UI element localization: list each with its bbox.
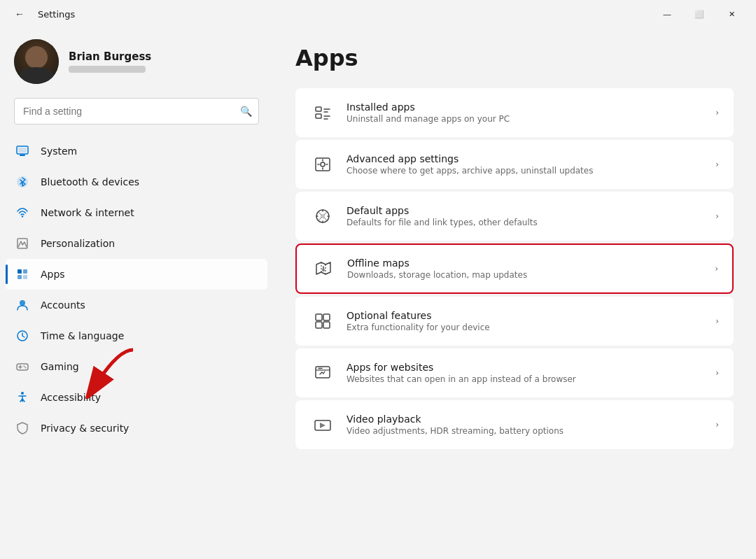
svg-rect-18	[316, 107, 321, 111]
nav-list: System Bluetooth & devices	[0, 136, 273, 444]
setting-default-apps[interactable]: Default apps Defaults for file and link …	[295, 192, 734, 241]
svg-rect-6	[18, 269, 22, 274]
svg-rect-31	[316, 314, 322, 320]
video-playback-title: Video playback	[346, 413, 704, 425]
sidebar-label-accessibility: Accessibility	[41, 392, 101, 403]
gaming-icon	[14, 358, 31, 375]
offline-maps-chevron: ›	[715, 264, 718, 274]
page-title: Apps	[295, 45, 734, 71]
time-icon	[14, 327, 31, 344]
apps-for-websites-text: Apps for websites Websites that can open…	[346, 362, 704, 384]
sidebar-label-privacy: Privacy & security	[41, 423, 129, 434]
personalization-icon	[14, 235, 31, 252]
svg-rect-9	[23, 275, 27, 279]
sidebar-item-time[interactable]: Time & language	[6, 320, 267, 351]
sidebar-item-apps[interactable]: Apps	[6, 259, 267, 290]
installed-apps-title: Installed apps	[346, 101, 704, 113]
svg-rect-7	[23, 269, 27, 274]
svg-point-27	[321, 214, 325, 218]
video-playback-chevron: ›	[715, 420, 719, 430]
offline-maps-text: Offline maps Downloads, storage location…	[347, 257, 704, 280]
sidebar-item-accounts[interactable]: Accounts	[6, 290, 267, 320]
user-subtitle	[69, 66, 146, 73]
svg-rect-35	[316, 367, 330, 378]
svg-rect-33	[316, 322, 322, 328]
search-box: 🔍	[14, 98, 259, 125]
installed-apps-icon	[310, 100, 335, 125]
avatar-image	[14, 39, 59, 84]
network-icon	[14, 204, 31, 221]
setting-installed-apps[interactable]: Installed apps Uninstall and manage apps…	[295, 88, 734, 137]
svg-rect-2	[18, 148, 27, 153]
sidebar-item-gaming[interactable]: Gaming	[6, 351, 267, 382]
sidebar-label-accounts: Accounts	[41, 299, 85, 311]
apps-for-websites-icon	[310, 360, 335, 385]
sidebar-label-system: System	[41, 146, 77, 157]
sidebar-item-bluetooth[interactable]: Bluetooth & devices	[6, 167, 267, 197]
svg-point-10	[20, 300, 25, 306]
content-area: Apps Installed apps Uninstall an	[273, 28, 756, 559]
video-playback-text: Video playback Video adjustments, HDR st…	[346, 413, 704, 436]
advanced-app-settings-desc: Choose where to get apps, archive apps, …	[346, 166, 704, 176]
system-icon	[14, 143, 31, 160]
apps-for-websites-title: Apps for websites	[346, 362, 704, 373]
offline-maps-desc: Downloads, storage location, map updates	[347, 270, 704, 280]
svg-point-17	[21, 392, 24, 395]
optional-features-icon	[310, 309, 335, 334]
settings-list: Installed apps Uninstall and manage apps…	[295, 88, 734, 449]
setting-apps-for-websites[interactable]: Apps for websites Websites that can open…	[295, 348, 734, 397]
sidebar-label-personalization: Personalization	[41, 238, 115, 249]
optional-features-title: Optional features	[346, 310, 704, 321]
search-icon: 🔍	[240, 106, 252, 117]
optional-features-text: Optional features Extra functionality fo…	[346, 310, 704, 332]
sidebar-label-network: Network & internet	[41, 207, 134, 218]
setting-optional-features[interactable]: Optional features Extra functionality fo…	[295, 297, 734, 346]
sidebar-label-bluetooth: Bluetooth & devices	[41, 176, 139, 187]
svg-point-15	[24, 366, 25, 367]
sidebar-item-privacy[interactable]: Privacy & security	[6, 413, 267, 444]
back-button[interactable]: ←	[8, 3, 31, 25]
optional-features-chevron: ›	[715, 316, 719, 326]
installed-apps-text: Installed apps Uninstall and manage apps…	[346, 101, 704, 124]
sidebar-item-system[interactable]: System	[6, 136, 267, 167]
setting-video-playback[interactable]: Video playback Video adjustments, HDR st…	[295, 400, 734, 449]
svg-rect-32	[323, 314, 330, 320]
svg-rect-19	[316, 114, 321, 118]
sidebar-item-personalization[interactable]: Personalization	[6, 228, 267, 259]
accounts-icon	[14, 297, 31, 313]
video-playback-icon	[310, 412, 335, 437]
svg-rect-1	[20, 155, 25, 156]
sidebar: Brian Burgess 🔍 System	[0, 28, 273, 559]
apps-icon	[14, 266, 31, 283]
default-apps-title: Default apps	[346, 205, 704, 216]
svg-rect-34	[323, 322, 330, 328]
advanced-app-settings-title: Advanced app settings	[346, 153, 704, 164]
default-apps-icon	[310, 204, 335, 229]
minimize-button[interactable]: —	[651, 3, 683, 25]
sidebar-item-network[interactable]: Network & internet	[6, 197, 267, 228]
installed-apps-chevron: ›	[715, 108, 719, 118]
setting-advanced-app-settings[interactable]: Advanced app settings Choose where to ge…	[295, 140, 734, 189]
video-playback-desc: Video adjustments, HDR streaming, batter…	[346, 426, 704, 436]
title-bar: ← Settings — ⬜ ✕	[0, 0, 756, 28]
offline-maps-title: Offline maps	[347, 257, 704, 269]
svg-point-25	[321, 162, 325, 167]
default-apps-text: Default apps Defaults for file and link …	[346, 205, 704, 227]
avatar	[14, 39, 59, 84]
bluetooth-icon	[14, 174, 31, 190]
setting-offline-maps[interactable]: Offline maps Downloads, storage location…	[295, 243, 734, 294]
maximize-button[interactable]: ⬜	[683, 3, 715, 25]
user-name: Brian Burgess	[69, 50, 151, 63]
sidebar-label-apps: Apps	[41, 269, 65, 280]
default-apps-chevron: ›	[715, 211, 719, 221]
apps-for-websites-desc: Websites that can open in an app instead…	[346, 374, 704, 384]
installed-apps-desc: Uninstall and manage apps on your PC	[346, 114, 704, 124]
privacy-icon	[14, 420, 31, 437]
search-input[interactable]	[14, 98, 259, 125]
close-button[interactable]: ✕	[715, 3, 748, 25]
user-profile: Brian Burgess	[0, 28, 273, 98]
title-bar-controls: — ⬜ ✕	[651, 3, 748, 25]
sidebar-item-accessibility[interactable]: Accessibility	[6, 382, 267, 413]
title-bar-left: ← Settings	[8, 3, 75, 25]
app-body: Brian Burgess 🔍 System	[0, 28, 756, 559]
